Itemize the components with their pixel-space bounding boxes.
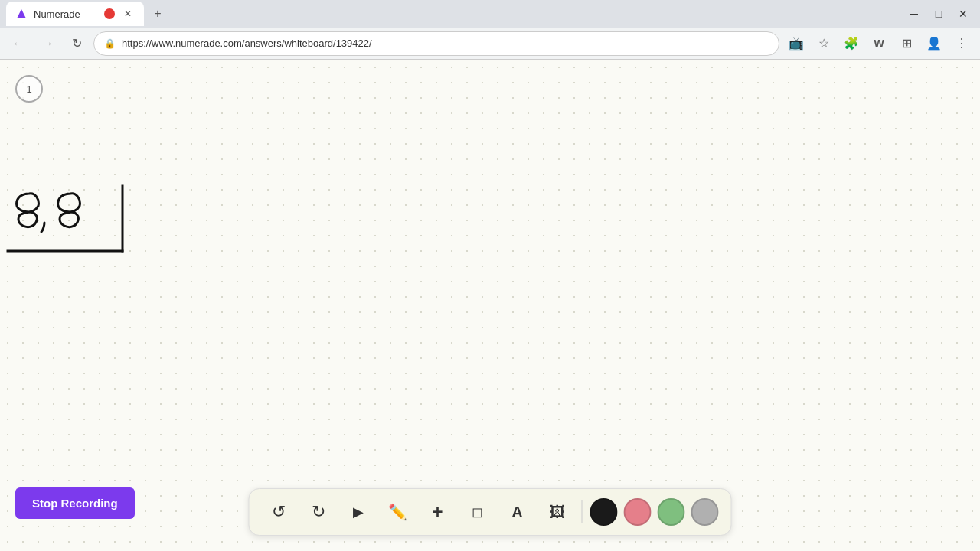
browser-tab[interactable]: Numerade ✕ bbox=[6, 2, 144, 26]
svg-marker-0 bbox=[17, 9, 26, 18]
refresh-button[interactable]: ↻ bbox=[64, 31, 89, 56]
add-button[interactable]: + bbox=[421, 495, 455, 529]
new-tab-button[interactable]: + bbox=[147, 3, 168, 24]
url-input[interactable] bbox=[122, 37, 769, 49]
color-gray[interactable] bbox=[691, 498, 719, 526]
cast-button[interactable]: 📺 bbox=[784, 31, 808, 56]
w-button[interactable]: W bbox=[867, 31, 891, 56]
timer-label: 1 bbox=[26, 83, 31, 95]
profile-button[interactable]: 👤 bbox=[922, 31, 946, 56]
stop-recording-button[interactable]: Stop Recording bbox=[15, 487, 135, 519]
bookmark-button[interactable]: ☆ bbox=[812, 31, 836, 56]
back-button[interactable]: ← bbox=[6, 31, 31, 56]
recording-dot bbox=[104, 8, 115, 19]
toolbar-divider bbox=[582, 500, 583, 523]
undo-button[interactable]: ↺ bbox=[262, 495, 296, 529]
select-tool[interactable]: ▶ bbox=[341, 495, 375, 529]
color-pink[interactable] bbox=[624, 498, 652, 526]
menu-button[interactable]: ⋮ bbox=[949, 31, 974, 56]
title-bar: Numerade ✕ + ─ □ ✕ bbox=[0, 0, 980, 28]
minimize-button[interactable]: ─ bbox=[903, 3, 925, 24]
pen-tool[interactable]: ✏️ bbox=[381, 495, 415, 529]
whiteboard-canvas[interactable]: 1 Stop bbox=[0, 60, 980, 551]
redo-button[interactable]: ↻ bbox=[302, 495, 335, 529]
drawing-toolbar: ↺ ↻ ▶ ✏️ + ◻ A 🖼 bbox=[249, 488, 732, 536]
browser-frame: Numerade ✕ + ─ □ ✕ ← → ↻ 🔒 📺 ☆ 🧩 W ⊞ 👤 ⋮ bbox=[0, 0, 980, 551]
forward-button[interactable]: → bbox=[35, 31, 60, 56]
address-bar[interactable]: 🔒 bbox=[93, 31, 779, 56]
extensions-button[interactable]: 🧩 bbox=[839, 31, 864, 56]
image-tool[interactable]: 🖼 bbox=[541, 495, 574, 529]
maximize-button[interactable]: □ bbox=[928, 3, 949, 24]
lock-icon: 🔒 bbox=[103, 37, 116, 50]
color-black[interactable] bbox=[590, 498, 618, 526]
nav-bar: ← → ↻ 🔒 📺 ☆ 🧩 W ⊞ 👤 ⋮ bbox=[0, 28, 980, 60]
page-content: 1 Stop bbox=[0, 60, 980, 551]
color-green[interactable] bbox=[658, 498, 685, 526]
tab-title: Numerade bbox=[34, 8, 98, 20]
tab-favicon bbox=[15, 8, 28, 20]
math-drawing bbox=[8, 178, 161, 266]
nav-right-buttons: 📺 ☆ 🧩 W ⊞ 👤 ⋮ bbox=[784, 31, 974, 56]
tab-close-button[interactable]: ✕ bbox=[121, 7, 135, 21]
grid-button[interactable]: ⊞ bbox=[894, 31, 919, 56]
close-button[interactable]: ✕ bbox=[952, 3, 974, 24]
eraser-tool[interactable]: ◻ bbox=[461, 495, 495, 529]
text-tool[interactable]: A bbox=[501, 495, 534, 529]
window-controls: ─ □ ✕ bbox=[903, 3, 974, 24]
timer-indicator: 1 bbox=[15, 75, 43, 103]
